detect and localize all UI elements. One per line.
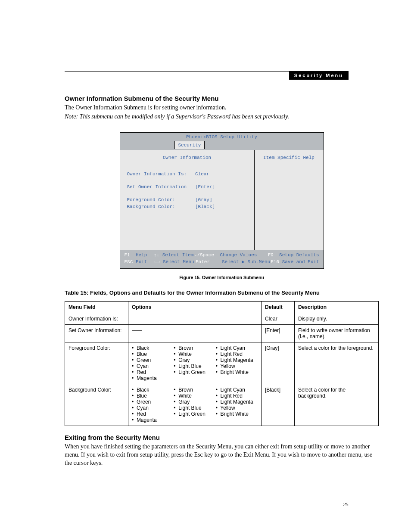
option-item: Green: [132, 357, 174, 363]
option-item: Light Blue: [174, 405, 215, 411]
bios-row-set-owner: Set Owner Information [Enter]: [127, 184, 247, 190]
option-item: White: [174, 351, 215, 357]
cell-description: Select a color for the background.: [295, 384, 379, 426]
th-description: Description: [295, 301, 379, 313]
cell-options: BlackBlueGreenCyanRedMagentaBrownWhiteGr…: [128, 384, 262, 426]
header-bar: Security Menu: [65, 71, 349, 80]
bios-key-space: -/Space: [194, 252, 214, 258]
table-header-row: Menu Field Options Default Description: [65, 301, 379, 313]
owner-info-note: Note: This submenu can be modified only …: [65, 113, 379, 121]
page-number: 25: [343, 501, 349, 508]
cell-menu-field: Background Color:: [65, 384, 128, 426]
cell-default: [Black]: [262, 384, 295, 426]
option-item: Blue: [132, 393, 174, 399]
option-item: Light Magenta: [216, 357, 258, 363]
th-default: Default: [262, 301, 295, 313]
bios-key-f10: F10: [271, 259, 279, 264]
option-item: Bright White: [216, 369, 258, 375]
option-item: Black: [132, 387, 174, 393]
bios-row-owner-info: Owner Information Is: Clear: [127, 171, 247, 177]
bios-footer: F1 Help ↑↓ Select Item -/Space Change Va…: [120, 250, 324, 268]
table-row: Foreground Color:BlackBlueGreenCyanRedMa…: [65, 342, 379, 384]
cell-options: ——: [128, 313, 262, 324]
exiting-heading: Exiting from the Security Menu: [65, 434, 379, 441]
option-item: Magenta: [132, 375, 174, 381]
option-item: Magenta: [132, 417, 174, 423]
option-item: Blue: [132, 351, 174, 357]
th-menu-field: Menu Field: [65, 301, 128, 313]
cell-default: [Gray]: [262, 342, 295, 384]
option-item: Light Magenta: [216, 399, 258, 405]
bios-key-esc: ESC: [125, 259, 133, 264]
option-item: Light Green: [174, 369, 215, 375]
th-options: Options: [128, 301, 262, 313]
fields-table: Menu Field Options Default Description O…: [65, 301, 379, 426]
figure-caption: Figure 15. Owner Information Submenu: [65, 275, 379, 280]
cell-options: ——: [128, 324, 262, 342]
bios-key-f9: F9: [268, 252, 274, 258]
option-item: Cyan: [132, 363, 174, 369]
cell-description: Select a color for the foreground.: [295, 342, 379, 384]
bios-key-enter: Enter: [196, 259, 210, 264]
option-item: Red: [132, 369, 174, 375]
bios-right-panel: Item Specific Help: [255, 150, 324, 250]
option-item: Yellow: [216, 363, 258, 369]
option-item: Black: [132, 345, 174, 351]
exiting-body: When you have finished setting the param…: [65, 443, 379, 467]
bios-row-bg-color: Background Color: [Black]: [127, 204, 247, 209]
option-item: Green: [132, 399, 174, 405]
cell-default: [Enter]: [262, 324, 295, 342]
table-row: Background Color:BlackBlueGreenCyanRedMa…: [65, 384, 379, 426]
cell-default: Clear: [262, 313, 295, 324]
option-item: Light Green: [174, 411, 215, 417]
option-item: Gray: [174, 399, 215, 405]
cell-options: BlackBlueGreenCyanRedMagentaBrownWhiteGr…: [128, 342, 262, 384]
cell-menu-field: Set Owner Information:: [65, 324, 128, 342]
table-row: Owner Information Is:——ClearDisplay only…: [65, 313, 379, 324]
option-item: Light Cyan: [216, 387, 258, 393]
table-title: Table 15: Fields, Options and Defaults f…: [65, 289, 379, 296]
option-item: Brown: [174, 387, 215, 393]
bios-help-title: Item Specific Help: [259, 155, 319, 160]
cell-menu-field: Foreground Color:: [65, 342, 128, 384]
bios-panel-title: Owner Information: [127, 155, 247, 160]
owner-info-paragraph: The Owner Information Submenu is for set…: [65, 104, 379, 112]
owner-info-heading: Owner Information Submenu of the Securit…: [65, 95, 379, 102]
table-row: Set Owner Information:——[Enter]Field to …: [65, 324, 379, 342]
header-label: Security Menu: [289, 71, 349, 80]
bios-left-panel: Owner Information Owner Information Is: …: [120, 150, 255, 250]
cell-description: Field to write owner information (i.e., …: [295, 324, 379, 342]
option-item: Light Red: [216, 351, 258, 357]
bios-tab-security: Security: [174, 141, 205, 149]
option-item: Light Cyan: [216, 345, 258, 351]
cell-description: Display only.: [295, 313, 379, 324]
option-item: Light Red: [216, 393, 258, 399]
bios-utility-figure: PhoenixBIOS Setup Utility Security Owner…: [120, 132, 324, 269]
bios-key-f1: F1: [125, 252, 130, 258]
bios-tab-bar: Security: [120, 141, 324, 150]
option-item: White: [174, 393, 215, 399]
option-item: Cyan: [132, 405, 174, 411]
bios-utility-title: PhoenixBIOS Setup Utility: [120, 133, 324, 141]
option-item: Red: [132, 411, 174, 417]
option-item: Brown: [174, 345, 215, 351]
bios-key-updown: ↑↓: [154, 252, 159, 258]
option-item: Light Blue: [174, 363, 215, 369]
option-item: Yellow: [216, 405, 258, 411]
option-item: Gray: [174, 357, 215, 363]
bios-key-leftright: ←→: [154, 259, 160, 264]
bios-row-fg-color: Foreground Color: [Gray]: [127, 197, 247, 202]
option-item: Bright White: [216, 411, 258, 417]
cell-menu-field: Owner Information Is:: [65, 313, 128, 324]
